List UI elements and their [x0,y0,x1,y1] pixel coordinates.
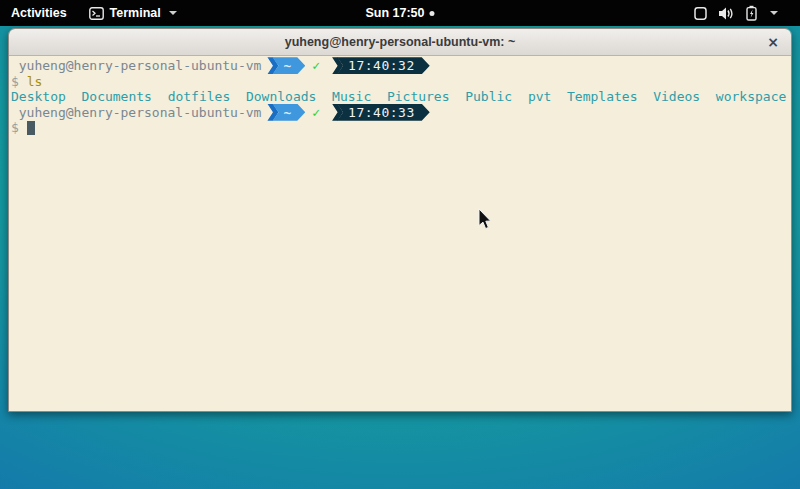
prompt-user-host: yuheng@henry-personal-ubuntu-vm [19,58,262,73]
system-tray[interactable] [693,0,800,26]
dir-name: Templates [567,89,637,104]
terminal-content[interactable]: yuheng@henry-personal-ubuntu-vm ~ ✓ 17:4… [9,56,791,412]
dir-name: Desktop [11,89,66,104]
screen-icon [693,6,708,21]
window-titlebar[interactable]: yuheng@henry-personal-ubuntu-vm: ~ × [9,29,791,56]
input-line[interactable]: $ [11,120,789,136]
ls-output-line: Desktop Documents dotfiles Downloads Mus… [11,89,789,105]
close-button[interactable]: × [767,35,779,49]
app-menu-terminal[interactable]: Terminal [78,0,188,26]
powerline-cwd-segment: ~ [267,57,305,74]
activities-button[interactable]: Activities [0,0,78,26]
status-check-icon: ✓ [312,105,320,120]
app-menu-label: Terminal [110,6,161,20]
clock[interactable]: Sun 17:50 [365,0,434,26]
window-title: yuheng@henry-personal-ubuntu-vm: ~ [285,35,516,49]
dir-name: Public [465,89,512,104]
dir-name: Videos [653,89,700,104]
battery-charging-icon [745,5,758,21]
status-check-icon: ✓ [312,58,320,73]
powerline-time-segment: 17:40:32 [326,57,430,74]
prompt-symbol: $ [11,74,19,89]
top-bar: Activities Terminal Sun 17:50 [0,0,800,26]
dir-name: Pictures [387,89,450,104]
dir-name: workspace [716,89,786,104]
dir-name: Documents [81,89,151,104]
powerline-time-segment: 17:40:33 [326,104,430,121]
notification-dot-icon [430,11,435,16]
clock-label: Sun 17:50 [365,6,424,20]
activities-label: Activities [11,6,67,20]
terminal-window: yuheng@henry-personal-ubuntu-vm: ~ × yuh… [8,28,792,412]
dir-name: pvt [528,89,551,104]
chevron-down-icon [169,11,177,15]
command-line: $ ls [11,74,789,90]
prompt-symbol: $ [11,120,19,135]
desktop: Activities Terminal Sun 17:50 [0,0,800,489]
terminal-cursor [27,121,36,135]
dir-name: dotfiles [168,89,231,104]
prompt-line: yuheng@henry-personal-ubuntu-vm ~ ✓ 17:4… [11,58,789,74]
dir-name: Downloads [246,89,316,104]
powerline-cwd-segment: ~ [267,104,305,121]
prompt-time: 17:40:32 [337,57,430,74]
chevron-down-icon [770,11,778,15]
prompt-user-host: yuheng@henry-personal-ubuntu-vm [19,105,262,120]
dir-name: Music [332,89,371,104]
command-text: ls [27,74,43,89]
prompt-line: yuheng@henry-personal-ubuntu-vm ~ ✓ 17:4… [11,105,789,121]
prompt-time: 17:40:33 [337,104,430,121]
volume-icon [718,6,735,21]
terminal-icon [89,7,104,20]
